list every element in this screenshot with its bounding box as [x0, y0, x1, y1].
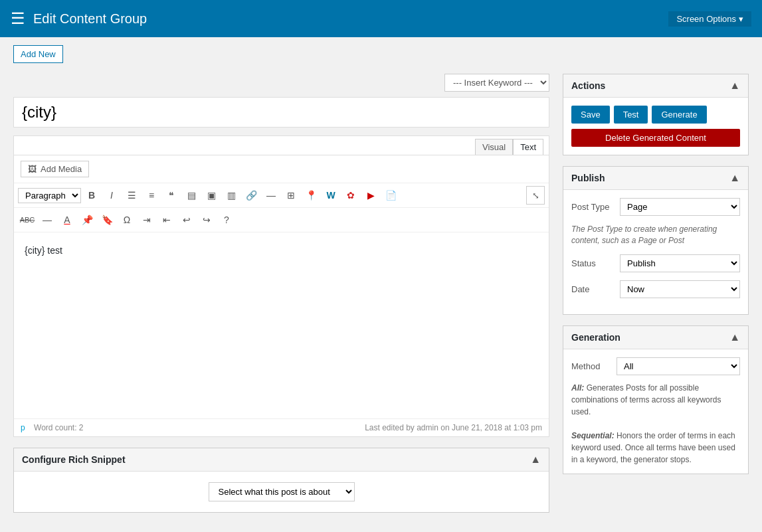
italic-button[interactable]: I: [102, 186, 121, 205]
save-button[interactable]: Save: [571, 106, 610, 124]
editor-content[interactable]: {city} test: [14, 232, 549, 418]
post-type-select[interactable]: Page Post: [620, 198, 740, 216]
indent-decrease-button[interactable]: ⇤: [157, 211, 176, 229]
action-buttons-row: Save Test Generate: [571, 106, 740, 124]
editor-text: {city} test: [25, 245, 62, 256]
font-color-button[interactable]: A: [58, 211, 76, 229]
insert-button[interactable]: 📌: [78, 211, 96, 229]
add-new-area: Add New: [0, 37, 762, 63]
redo-button[interactable]: ↪: [197, 211, 216, 229]
document-button[interactable]: 📄: [381, 186, 400, 205]
horizontal-line-button[interactable]: —: [38, 211, 56, 229]
generate-button[interactable]: Generate: [652, 106, 706, 124]
publish-box: Publish ▲ Post Type Page Post The Post T…: [563, 166, 749, 315]
help-button[interactable]: ?: [217, 211, 236, 229]
expand-toolbar-button[interactable]: ⤡: [526, 186, 545, 205]
align-right-button[interactable]: ▥: [222, 186, 240, 205]
status-select[interactable]: Publish Draft Pending Review Private: [620, 254, 740, 272]
generation-title: Generation: [571, 332, 620, 343]
unordered-list-button[interactable]: ☰: [122, 186, 141, 205]
wordpress-button[interactable]: W: [322, 186, 340, 205]
title-input[interactable]: [13, 97, 549, 128]
tab-visual[interactable]: Visual: [475, 139, 513, 155]
link-button[interactable]: 🔗: [242, 186, 260, 205]
insert-keyword-area: --- Insert Keyword ---: [13, 74, 549, 92]
delete-button[interactable]: Delete Generated Content: [571, 129, 740, 147]
youtube-button[interactable]: ▶: [361, 186, 380, 205]
header-left: ☰ Edit Content Group: [11, 9, 147, 28]
add-media-icon: 🖼: [28, 164, 37, 174]
add-media-button[interactable]: 🖼 Add Media: [21, 161, 89, 177]
configure-rich-snippet-title: Configure Rich Snippet: [22, 454, 126, 465]
date-select[interactable]: Now Specific Date: [620, 280, 740, 298]
method-select[interactable]: All Sequential: [617, 357, 740, 375]
special-chars-button[interactable]: Ω: [118, 211, 136, 229]
screen-options-button[interactable]: Screen Options ▾: [668, 11, 751, 27]
configure-rich-snippet-content: Select what this post is about: [14, 472, 549, 512]
actions-box-content: Save Test Generate Delete Generated Cont…: [563, 98, 748, 155]
editor-footer-left: p Word count: 2: [21, 423, 84, 432]
generation-seq-bold: Sequential:: [571, 431, 615, 440]
bold-button[interactable]: B: [82, 186, 101, 205]
generation-toggle[interactable]: ▲: [729, 331, 740, 343]
generation-box-header: Generation ▲: [563, 326, 748, 349]
date-label: Date: [571, 284, 615, 294]
configure-rich-snippet-box: Configure Rich Snippet ▲ Select what thi…: [13, 448, 549, 513]
undo-button[interactable]: ↩: [177, 211, 196, 229]
add-media-label: Add Media: [41, 164, 82, 174]
strikethrough-button[interactable]: ABC: [18, 211, 37, 229]
indent-increase-button[interactable]: ⇥: [138, 211, 156, 229]
last-edited: Last edited by admin on June 21, 2018 at…: [365, 423, 542, 432]
status-label: Status: [571, 258, 615, 268]
align-center-button[interactable]: ▣: [202, 186, 221, 205]
date-row: Date Now Specific Date: [571, 280, 740, 298]
publish-box-header: Publish ▲: [563, 167, 748, 190]
configure-rich-snippet-header: Configure Rich Snippet ▲: [14, 448, 549, 472]
blockquote-button[interactable]: ❝: [162, 186, 181, 205]
insert-keyword-select[interactable]: --- Insert Keyword ---: [444, 74, 549, 92]
main-content: --- Insert Keyword --- Visual Text 🖼 Add…: [0, 63, 762, 523]
chevron-down-icon: ▾: [739, 14, 743, 24]
map-pin-button[interactable]: 📍: [302, 186, 320, 205]
add-new-button[interactable]: Add New: [13, 45, 63, 63]
page-title: Edit Content Group: [33, 11, 147, 27]
left-column: --- Insert Keyword --- Visual Text 🖼 Add…: [13, 74, 549, 513]
actions-title: Actions: [571, 80, 605, 91]
rich-snippet-select[interactable]: Select what this post is about: [209, 482, 355, 501]
wordpress-icon: ☰: [11, 9, 25, 28]
snippet-select-wrapper: Select what this post is about: [25, 482, 538, 501]
configure-rich-snippet-toggle[interactable]: ▲: [530, 454, 541, 466]
align-left-button[interactable]: ▤: [182, 186, 201, 205]
generation-all-bold: All:: [571, 383, 584, 393]
generation-all-text: Generates Posts for all possible combina…: [571, 383, 721, 416]
actions-box: Actions ▲ Save Test Generate Delete Gene…: [563, 74, 749, 155]
generation-box-content: Method All Sequential All: Generates Pos…: [563, 349, 748, 474]
html-tag: p: [21, 423, 25, 432]
word-count: 2: [79, 423, 84, 432]
test-button[interactable]: Test: [614, 106, 648, 124]
actions-box-header: Actions ▲: [563, 74, 748, 98]
screen-options-label: Screen Options: [676, 14, 736, 24]
editor-tabs: Visual Text: [14, 136, 549, 155]
paragraph-select[interactable]: Paragraph: [18, 188, 81, 203]
editor-container: Visual Text 🖼 Add Media Paragraph B I ☰ …: [13, 135, 549, 437]
horizontal-rule-button[interactable]: —: [262, 186, 280, 205]
editor-footer-right: Last edited by admin on June 21, 2018 at…: [365, 423, 542, 432]
actions-toggle[interactable]: ▲: [729, 80, 740, 92]
generation-box: Generation ▲ Method All Sequential All: …: [563, 325, 749, 474]
generation-description: All: Generates Posts for all possible co…: [571, 382, 740, 466]
ordered-list-button[interactable]: ≡: [142, 186, 161, 205]
header: ☰ Edit Content Group Screen Options ▾: [0, 0, 762, 37]
publish-title: Publish: [571, 173, 605, 183]
editor-toolbar-row2: ABC — A 📌 🔖 Ω ⇥ ⇤ ↩ ↪ ?: [14, 208, 549, 232]
table-button[interactable]: ⊞: [282, 186, 300, 205]
publish-toggle[interactable]: ▲: [729, 172, 740, 184]
editor-footer: p Word count: 2 Last edited by admin on …: [14, 418, 549, 436]
method-label: Method: [571, 361, 611, 371]
yelp-button[interactable]: ✿: [341, 186, 360, 205]
clear-format-button[interactable]: 🔖: [98, 211, 116, 229]
tab-text[interactable]: Text: [513, 139, 543, 155]
post-type-label: Post Type: [571, 202, 615, 212]
post-type-hint: The Post Type to create when generating …: [571, 224, 740, 246]
status-row: Status Publish Draft Pending Review Priv…: [571, 254, 740, 272]
